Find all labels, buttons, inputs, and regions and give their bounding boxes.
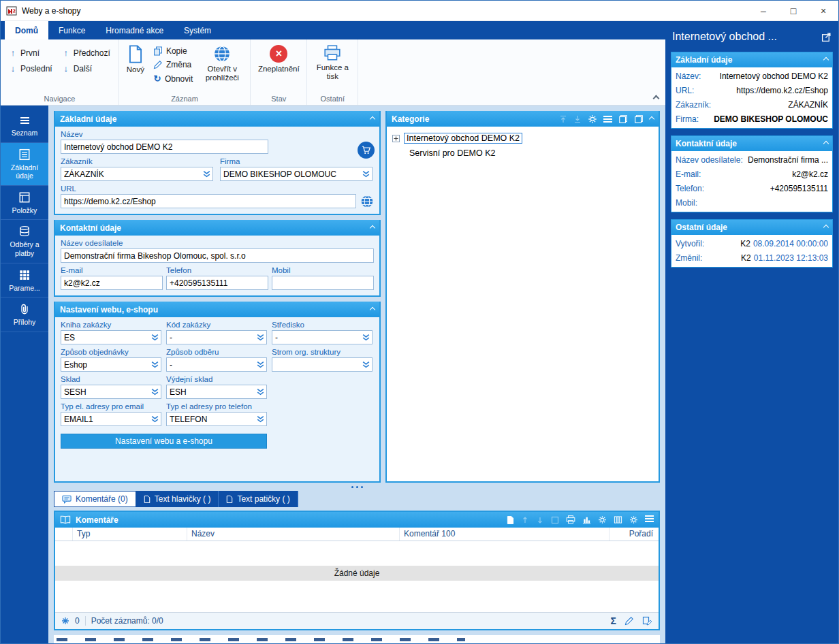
phone-field[interactable] <box>166 276 268 290</box>
collapse-icon[interactable] <box>649 116 654 121</box>
copy-button[interactable]: Kopie <box>151 46 195 57</box>
eshop-cart-button[interactable] <box>358 142 375 159</box>
web-settings-button[interactable]: Nastavení webu a e-shopu <box>61 434 267 449</box>
last-button[interactable]: ↓ Poslední <box>6 63 55 74</box>
minimize-icon[interactable]: – <box>748 1 778 20</box>
refresh-button[interactable]: ↻ Obnovit <box>151 73 195 84</box>
collapse-icon[interactable] <box>370 306 375 312</box>
print-icon[interactable] <box>566 515 575 524</box>
gear-icon[interactable] <box>588 114 597 124</box>
expand-icon[interactable] <box>392 135 400 142</box>
customer-field[interactable] <box>61 167 213 181</box>
column-header-nazev[interactable]: Název <box>187 528 400 541</box>
column-header-komentar[interactable]: Komentář 100 <box>400 528 610 541</box>
cost-centre-field[interactable] <box>272 330 373 344</box>
edit-button[interactable]: Změna <box>151 59 195 70</box>
open-in-browser-button[interactable]: Otevřít v prohlížeči <box>200 42 244 82</box>
tab-domu[interactable]: Domů <box>5 21 48 39</box>
lookup-icon[interactable] <box>151 360 159 369</box>
sender-name-field[interactable] <box>61 248 374 263</box>
lookup-icon[interactable] <box>362 360 370 369</box>
previous-button[interactable]: ↑ Předchozí <box>59 47 113 59</box>
collapse-icon[interactable] <box>823 225 829 230</box>
tab-hromadne-akce[interactable]: Hromadné akce <box>95 21 174 39</box>
cascade-windows-icon[interactable] <box>618 114 628 124</box>
pickup-method-field[interactable] <box>166 357 267 372</box>
tab-komentare[interactable]: Komentáře (0) <box>54 491 136 507</box>
phone-address-type-field[interactable] <box>166 412 267 426</box>
edit-pencil-icon[interactable] <box>624 616 634 626</box>
menu-icon[interactable] <box>645 513 654 526</box>
sidebar-item-seznam[interactable]: Seznam <box>1 110 48 143</box>
move-down-icon[interactable] <box>573 115 582 123</box>
chart-icon[interactable] <box>582 515 591 524</box>
order-method-field[interactable] <box>61 357 161 372</box>
lookup-icon[interactable] <box>151 387 159 396</box>
column-header-typ[interactable]: Typ <box>73 528 187 541</box>
lookup-icon[interactable] <box>202 170 211 178</box>
open-in-window-icon[interactable] <box>821 32 832 42</box>
collapse-icon[interactable] <box>823 141 829 146</box>
sidebar-item-odbery-a-platby[interactable]: Odběry a platby <box>1 220 48 263</box>
preview-row: Název: Internetový obchod DEMO K2 <box>676 69 828 83</box>
tree-node-label[interactable]: Internetový obchod DEMO K2 <box>404 133 522 144</box>
ribbon-collapse-icon[interactable] <box>653 95 660 102</box>
next-button[interactable]: ↓ Další <box>59 63 113 74</box>
tools-icon[interactable] <box>598 515 607 524</box>
order-book-field[interactable] <box>61 330 161 344</box>
email-field[interactable] <box>61 276 163 290</box>
lookup-icon[interactable] <box>256 387 265 396</box>
lookup-icon[interactable] <box>362 170 370 178</box>
tree-node[interactable]: Internetový obchod DEMO K2 <box>392 131 653 145</box>
url-field[interactable] <box>61 194 356 208</box>
tile-windows-icon[interactable] <box>634 114 644 124</box>
lookup-icon[interactable] <box>151 333 159 342</box>
lookup-icon[interactable] <box>256 333 265 342</box>
open-url-globe-icon[interactable] <box>360 195 374 208</box>
collapse-icon[interactable] <box>823 57 829 63</box>
lookup-icon[interactable] <box>256 360 265 369</box>
close-icon[interactable]: × <box>808 1 838 20</box>
move-down-icon[interactable] <box>536 516 544 524</box>
mobile-field[interactable] <box>272 276 374 290</box>
invalidate-button[interactable]: × Zneplatnění <box>256 42 301 74</box>
columns-icon[interactable] <box>614 515 622 524</box>
lookup-icon[interactable] <box>151 415 159 423</box>
horizontal-splitter[interactable] <box>54 483 660 491</box>
name-field[interactable] <box>61 140 268 154</box>
functions-print-button[interactable]: Funkce a tisk <box>313 42 352 81</box>
sum-icon[interactable]: Σ <box>611 615 616 626</box>
lookup-icon[interactable] <box>362 333 370 342</box>
maximize-icon[interactable]: □ <box>778 1 808 20</box>
tab-system[interactable]: Systém <box>174 21 221 39</box>
tab-funkce[interactable]: Funkce <box>48 21 95 39</box>
edit-records-icon[interactable] <box>642 616 652 626</box>
column-header-poradi[interactable]: Pořadí <box>610 528 659 541</box>
sidebar-item-parametry[interactable]: Parame... <box>1 263 48 298</box>
email-address-type-field[interactable] <box>61 412 161 426</box>
link-icon[interactable] <box>551 516 559 524</box>
move-up-icon[interactable] <box>521 516 529 524</box>
first-label: První <box>20 48 39 58</box>
collapse-icon[interactable] <box>370 116 375 121</box>
company-field[interactable] <box>220 167 373 181</box>
sidebar-item-prilohy[interactable]: Přílohy <box>1 297 48 332</box>
collapse-icon[interactable] <box>370 225 375 230</box>
tree-node[interactable]: Servisní pro DEMO K2 <box>407 146 653 160</box>
sidebar-item-polozky[interactable]: Položky <box>1 186 48 221</box>
move-up-icon[interactable] <box>559 115 567 123</box>
lookup-icon[interactable] <box>256 415 265 423</box>
tree-node-label[interactable]: Servisní pro DEMO K2 <box>407 148 497 158</box>
tab-text-paticky[interactable]: Text patičky ( ) <box>219 491 298 507</box>
new-button[interactable]: Nový <box>125 42 146 74</box>
tab-text-hlavicky[interactable]: Text hlavičky ( ) <box>136 491 219 507</box>
sidebar-item-zakladni-udaje[interactable]: Základní údaje <box>1 143 48 186</box>
order-code-field[interactable] <box>166 330 267 344</box>
menu-icon[interactable] <box>603 114 612 125</box>
first-button[interactable]: ↑ První <box>6 47 55 59</box>
dispatch-warehouse-field[interactable] <box>166 385 267 399</box>
warehouse-field[interactable] <box>61 385 161 399</box>
gear-icon[interactable] <box>629 515 638 524</box>
org-tree-field[interactable] <box>272 357 373 372</box>
new-record-icon[interactable] <box>507 515 514 525</box>
